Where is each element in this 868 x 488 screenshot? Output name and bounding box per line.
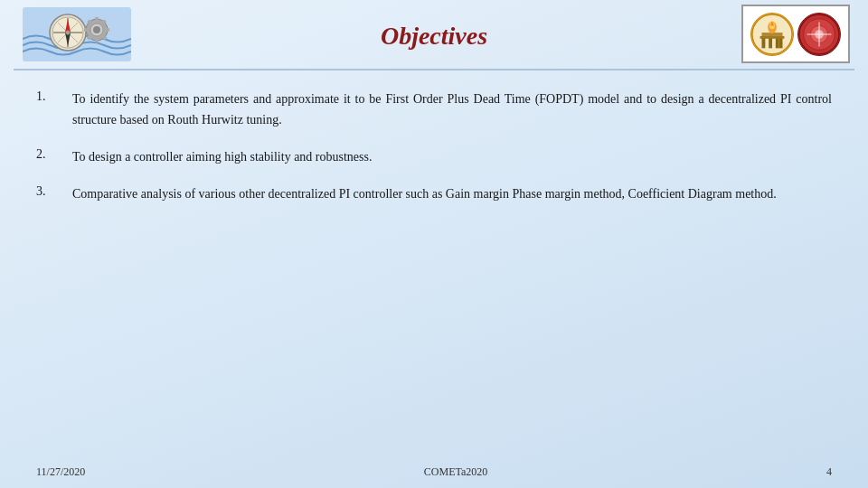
svg-rect-11 bbox=[95, 17, 99, 22]
objective-item-2: 2. To design a controller aiming high st… bbox=[36, 146, 832, 167]
footer-date: 11/27/2020 bbox=[36, 465, 85, 479]
footer-conference: COMETa2020 bbox=[424, 465, 488, 479]
svg-rect-25 bbox=[760, 35, 785, 38]
svg-rect-24 bbox=[779, 37, 783, 47]
header: Objectives bbox=[0, 0, 868, 63]
left-logo-icon bbox=[23, 7, 131, 61]
svg-point-19 bbox=[93, 26, 100, 33]
slide: Objectives bbox=[0, 0, 868, 488]
svg-rect-23 bbox=[776, 37, 779, 47]
obj-text-3: Comparative analysis of various other de… bbox=[72, 183, 777, 204]
svg-rect-21 bbox=[762, 37, 766, 47]
objective-item-3: 3. Comparative analysis of various other… bbox=[36, 183, 832, 204]
logo-inst2 bbox=[797, 13, 841, 56]
obj-number-2: 2. bbox=[36, 146, 72, 162]
obj-text-1: To identify the system parameters and ap… bbox=[72, 89, 832, 130]
objective-item-1: 1. To identify the system parameters and… bbox=[36, 89, 832, 130]
svg-rect-12 bbox=[95, 38, 99, 42]
svg-rect-13 bbox=[105, 28, 109, 32]
obj-text-2: To design a controller aiming high stabi… bbox=[72, 146, 372, 167]
page-title: Objectives bbox=[381, 22, 487, 51]
logo-iit bbox=[750, 13, 794, 56]
logo-right bbox=[741, 5, 850, 63]
objectives-content: 1. To identify the system parameters and… bbox=[0, 70, 868, 460]
logo-left bbox=[18, 5, 136, 63]
footer: 11/27/2020 COMETa2020 4 bbox=[0, 460, 868, 488]
footer-page: 4 bbox=[826, 465, 832, 479]
obj-number-1: 1. bbox=[36, 89, 72, 104]
obj-number-3: 3. bbox=[36, 183, 72, 199]
svg-rect-14 bbox=[84, 28, 89, 32]
